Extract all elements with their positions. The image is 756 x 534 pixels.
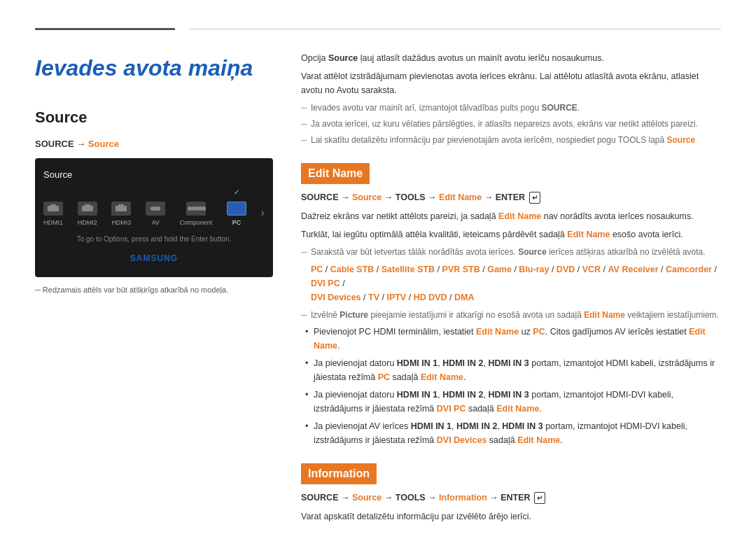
device-vcr: VCR (582, 265, 601, 274)
source-path: SOURCE → Source (35, 137, 273, 151)
edit-para2: Turklāt, lai iegūtu optimālā attēla kval… (301, 227, 721, 241)
top-line-thin (189, 29, 721, 29)
section-title-source: Source (35, 106, 273, 129)
svg-rect-5 (118, 204, 124, 206)
edit-name-bold3: Edit Name (584, 310, 625, 320)
hdmi-bold-b3: HDMI IN 1 (397, 390, 438, 400)
device-dvi: DVI Devices (311, 293, 361, 302)
svg-rect-15 (234, 211, 239, 213)
information-link: Information (439, 493, 487, 503)
component-icon-shape (186, 202, 206, 216)
page-title: Ievades avota maiņa (35, 51, 273, 85)
bullet4: Ja pievienojat AV ierīces HDMI IN 1, HDM… (301, 419, 721, 447)
samsung-logo: SAMSUNG (43, 251, 265, 265)
hdmi2-label: HDMI2 (78, 218, 97, 228)
enter-icon: ↵ (529, 192, 540, 204)
edit-picture-note: Izvēlnē Picture pieejamie iestatījumi ir… (301, 309, 721, 322)
device-cam: Camcorder (666, 265, 712, 274)
av-icon-shape (146, 202, 165, 216)
arrow-right-icon: › (261, 204, 265, 221)
edit-name-heading: Edit Name (301, 163, 370, 184)
device-tv: TV (368, 293, 379, 302)
svg-point-13 (202, 206, 206, 211)
picture-bold: Picture (340, 310, 368, 320)
source-icon-av[interactable]: AV (146, 202, 165, 228)
hdmi2-icon-shape (78, 202, 97, 216)
edit-devices: PC / Cable STB / Satellite STB / PVR STB… (301, 262, 721, 304)
hdmi1-icon-shape (43, 202, 63, 216)
source-path-prefix: SOURCE → (35, 139, 88, 149)
bullet3: Ja pievienojat datoru HDMI IN 1, HDMI IN… (301, 388, 721, 416)
bullet1: Pievienojot PC HDMI terminālim, iestatie… (301, 325, 721, 353)
top-divider (35, 28, 721, 30)
en-bold-b1: Edit Name (476, 327, 519, 337)
pc-bold-b1: PC (533, 327, 545, 337)
svg-rect-1 (50, 204, 56, 206)
note3: Lai skatītu detalizētu informāciju par p… (301, 134, 721, 147)
edit-name-path: SOURCE → Source → TOOLS → Edit Name → EN… (301, 191, 721, 204)
source-icon-pc[interactable]: ✓ PC (227, 188, 246, 228)
edit-note: Sarakstā var būt ietvertas tālāk norādīt… (301, 246, 721, 259)
hdmi3-bold-b4: HDMI IN 3 (502, 421, 542, 431)
svg-point-8 (156, 206, 160, 211)
source-link-en: Source (352, 192, 382, 202)
source-bold-3: Source (518, 247, 547, 257)
top-line-accent (35, 28, 175, 30)
en-bold-b4: Edit Name (517, 435, 560, 445)
source-hint: To go to Options, press and hold the Ent… (43, 234, 265, 244)
svg-rect-2 (82, 206, 93, 211)
av-label: AV (151, 218, 159, 228)
device-bluray: Blu-ray (519, 265, 549, 274)
info-path: SOURCE → Source → TOOLS → Information → … (301, 491, 721, 505)
pc-label: PC (232, 218, 241, 228)
dvi-bold-b4: DVI Devices (437, 435, 487, 445)
note2: Ja avota ierīcei, uz kuru vēlaties pārsl… (301, 118, 721, 131)
source-icon-hdmi3[interactable]: HDMI3 (111, 202, 131, 228)
hdmi2-bold-b2: HDMI IN 2 (442, 358, 483, 368)
svg-rect-14 (231, 205, 242, 212)
edit-name-link: Edit Name (439, 192, 482, 202)
source-icon-hdmi1[interactable]: HDMI1 (43, 202, 63, 228)
left-column: Ievades avota maiņa Source SOURCE → Sour… (35, 51, 273, 528)
source-icons-row: HDMI1 HDMI2 HDMI3 (43, 188, 265, 228)
en-bold-b3: Edit Name (496, 404, 539, 414)
component-label: Component (180, 218, 213, 228)
device-iptv: IPTV (386, 293, 406, 302)
device-pvr: PVR STB (442, 265, 480, 274)
source-path-link: Source (88, 139, 119, 149)
pc-bold-b2: PC (378, 372, 390, 382)
note1: Ievades avotu var mainīt arī, izmantojot… (301, 101, 721, 115)
source-link-info: Source (352, 493, 382, 503)
device-avr: AV Receiver (608, 265, 659, 274)
content-area: Ievades avota maiņa Source SOURCE → Sour… (35, 51, 721, 528)
source-icon-hdmi2[interactable]: HDMI2 (78, 202, 97, 228)
samsung-logo-text: SAMSUNG (130, 253, 178, 263)
right-column: Opcija Source ļauj atlasīt dažādus avotu… (301, 51, 721, 528)
hdmi-bold-b4: HDMI IN 1 (411, 421, 451, 431)
device-hddvd: HD DVD (414, 293, 447, 302)
device-cable: Cable STB (330, 265, 374, 274)
source-screen: Source HDMI1 HDMI2 (35, 158, 273, 278)
svg-rect-0 (48, 206, 59, 211)
dvipc-bold-b3: DVI PC (437, 404, 466, 414)
information-heading: Information (301, 463, 377, 484)
edit-name-bold2: Edit Name (567, 230, 610, 239)
svg-rect-3 (85, 204, 90, 206)
check-mark: ✓ (234, 187, 239, 197)
hdmi3-bold-b3: HDMI IN 3 (488, 390, 528, 400)
hdmi-bold-b2: HDMI IN 1 (397, 358, 438, 368)
edit-para1: Dažreiz ekrāns var netikt attēlots parei… (301, 209, 721, 223)
hdmi3-bold-b2: HDMI IN 3 (488, 358, 528, 368)
device-sat: Satellite STB (382, 265, 435, 274)
en-bold-b2: Edit Name (421, 372, 463, 382)
source-bold-1: Source (328, 53, 358, 63)
device-dvipc: DVI PC (311, 279, 340, 288)
intro-para1: Opcija Source ļauj atlasīt dažādus avotu… (301, 51, 721, 65)
device-game: Game (487, 265, 512, 274)
device-dma: DMA (454, 293, 474, 302)
edit-name-bold1: Edit Name (498, 211, 541, 221)
source-icon-component[interactable]: Component (180, 202, 213, 228)
screen-title: Source (43, 168, 265, 182)
source-bold-2: SOURCE (542, 103, 578, 113)
enter-icon-info: ↵ (534, 492, 545, 504)
